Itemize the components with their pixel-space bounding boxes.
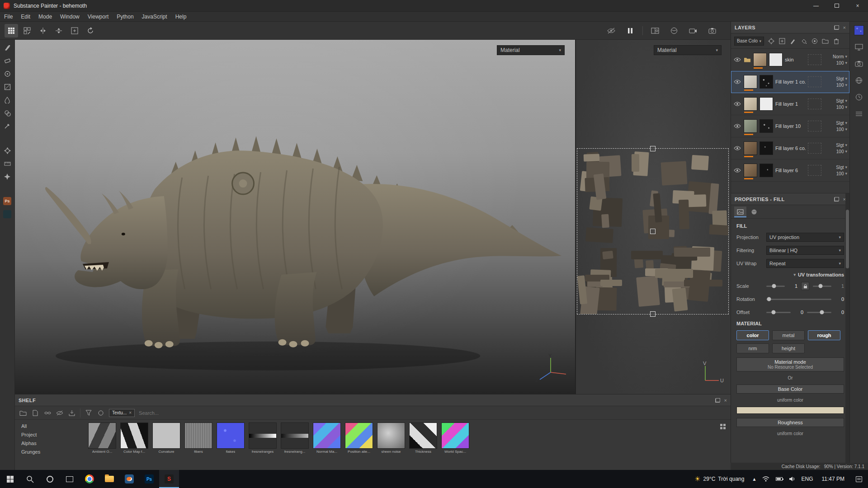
layer-mask-thumbnail[interactable] [760,164,773,177]
layer-thumbnail[interactable] [744,164,757,177]
language-indicator[interactable]: ENG [798,470,816,488]
layer-name[interactable]: Fill layer 10 [775,123,806,129]
material-dropdown-3d[interactable]: Material ▾ [497,45,565,55]
add-paint-layer-icon[interactable] [789,37,797,45]
resource-thumbnail[interactable] [184,422,212,449]
shelf-category-item[interactable]: Grunges [21,449,83,455]
blend-mode-dropdown[interactable]: Slgt▾ [836,165,847,170]
layer-opacity-dropdown[interactable]: 100▾ [836,171,847,176]
shelf-resource-item[interactable]: Curvature [151,422,181,454]
layer-mask-thumbnail[interactable] [769,53,783,66]
layer-opacity-dropdown[interactable]: 100▾ [836,127,847,132]
material-sphere-icon[interactable] [667,24,681,38]
behemoth-model[interactable] [15,40,575,394]
layer-visibility-eye-icon[interactable] [733,168,741,173]
layer-visibility-eye-icon[interactable] [733,102,741,106]
uv-grid-edit-icon[interactable] [20,24,34,38]
menu-item[interactable]: Help [171,14,191,20]
rotation-value[interactable]: 0 [835,296,844,302]
scale-x-value[interactable]: 1 [788,283,797,289]
weather-widget[interactable]: ☀ 29°C Trời quang [689,470,750,488]
blend-mode-dropdown[interactable]: Slgt▾ [836,99,847,103]
shelf-grid-view-icon[interactable] [720,423,726,431]
undock-panel-icon[interactable] [715,398,720,403]
undock-panel-icon[interactable] [834,25,839,30]
roughness-button[interactable]: Roughness [736,418,844,427]
material-mode-button[interactable]: Material mode No Resource Selected [736,357,844,371]
shelf-category-item[interactable]: Project [21,432,83,437]
resource-thumbnail[interactable] [313,422,341,449]
effects-tool-icon[interactable] [3,173,11,181]
layer-visibility-eye-icon[interactable] [733,124,741,128]
shader-globe-icon[interactable] [854,75,864,85]
shelf-resource-item[interactable]: fibers [184,422,213,454]
visibility-off-icon[interactable] [604,24,618,38]
history-icon[interactable] [854,92,864,102]
shelf-resource-item[interactable]: World Spac... [440,422,470,454]
wifi-icon[interactable] [759,470,773,488]
layer-name[interactable]: Fill layer 6 [775,168,806,173]
layer-opacity-dropdown[interactable]: 100▾ [836,149,847,154]
shelf-category-item[interactable]: Alphas [21,441,83,446]
undock-panel-icon[interactable] [834,197,839,202]
menu-item[interactable]: Viewport [84,14,113,20]
menu-item[interactable]: Mode [34,14,56,20]
layer-name[interactable]: Fill layer 1 [775,101,806,107]
shelf-resource-item[interactable]: Position alie... [344,422,374,454]
layer-mask-thumbnail[interactable] [760,97,773,111]
start-button[interactable] [0,470,20,488]
resource-thumbnail[interactable] [152,422,180,449]
minimize-button[interactable]: — [806,0,826,11]
offset-y-value[interactable]: 0 [835,310,844,315]
projection-select[interactable]: UV projection▾ [766,233,844,242]
scale-y-slider[interactable] [813,286,831,287]
material-dropdown-2d[interactable]: Material ▾ [654,45,722,55]
taskbar-blender-button[interactable] [119,470,139,488]
layer-thumbnail[interactable] [744,75,757,89]
shelf-link-icon[interactable] [43,409,52,417]
layer-row[interactable]: skin Norm▾ 100▾ [731,49,849,71]
taskbar-photoshop-button[interactable]: Ps [139,470,159,488]
channel-button[interactable]: metal [772,330,805,340]
maximize-button[interactable] [826,0,847,11]
measure-tool-icon[interactable] [3,160,11,168]
layer-visibility-eye-icon[interactable] [733,146,741,150]
resource-thumbnail[interactable] [217,422,245,449]
frame-add-icon[interactable] [68,24,81,38]
texture-set-grid-icon[interactable] [5,24,18,38]
shelf-resource-item[interactable]: Normal Ma... [312,422,342,454]
layer-mask-thumbnail[interactable] [760,119,773,133]
resource-thumbnail[interactable] [441,422,469,449]
channel-button[interactable]: color [736,330,769,340]
remove-tag-icon[interactable]: × [129,410,132,415]
uv-handle-bottom[interactable] [650,311,656,317]
resource-thumbnail[interactable] [377,422,405,449]
shelf-resource-item[interactable]: flakes [216,422,245,454]
task-view-button[interactable] [60,470,80,488]
taskbar-explorer-button[interactable] [99,470,119,488]
clock[interactable]: 11:47 PM [816,470,850,488]
shelf-hide-icon[interactable] [56,409,64,417]
notification-center-button[interactable] [850,470,868,488]
pick-layer-icon[interactable] [767,37,775,45]
refresh-shelf-icon[interactable] [97,409,105,417]
channel-filter-dropdown[interactable]: Base Colo ▾ [734,37,764,46]
close-button[interactable]: × [847,0,868,11]
screenshot-camera-icon[interactable] [705,24,719,38]
add-smart-material-icon[interactable] [811,37,818,45]
smudge-tool-icon[interactable] [3,96,11,104]
resource-thumbnail[interactable] [281,422,309,449]
base-color-swatch[interactable] [736,407,844,414]
photoshop-plugin-icon[interactable]: Ps [3,197,11,205]
uv-transformations-header[interactable]: ▾ UV transformations [736,272,844,277]
menu-item[interactable]: File [0,14,17,20]
filter-tag-chip[interactable]: Textu... × [109,409,135,417]
camera-view-icon[interactable] [686,24,700,38]
texture-preview-icon[interactable] [854,25,864,35]
layer-thumbnail[interactable] [744,97,757,111]
close-panel-icon[interactable]: × [724,398,727,403]
blend-mode-dropdown[interactable]: Slgt▾ [836,143,847,148]
shelf-resource-item[interactable]: Thickness [408,422,438,454]
layer-thumbnail[interactable] [744,119,757,133]
scale-y-value[interactable]: 1 [835,283,844,289]
